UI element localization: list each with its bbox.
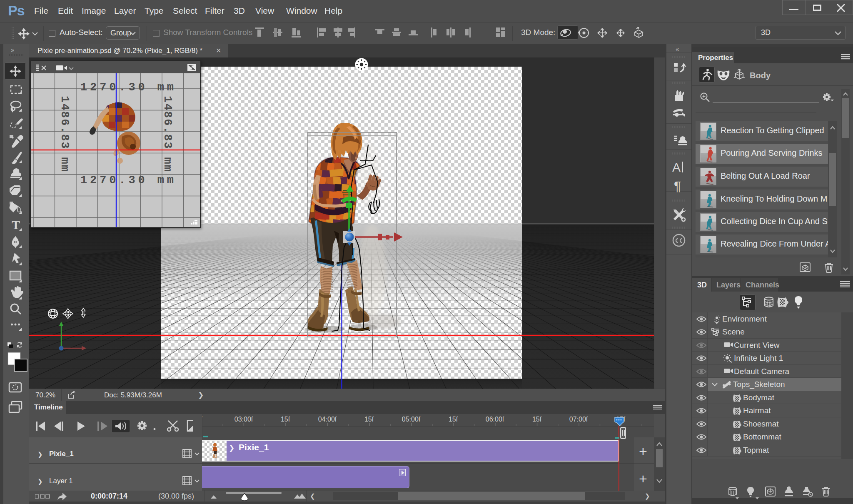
svg-text:A: A xyxy=(672,160,681,174)
svg-text:¶: ¶ xyxy=(674,179,681,194)
svg-text:T: T xyxy=(12,218,20,232)
svg-text:1270.30 mm: 1270.30 mm xyxy=(80,174,174,187)
svg-text:1486.83 mm: 1486.83 mm xyxy=(161,96,174,172)
svg-text:1486.83 mm: 1486.83 mm xyxy=(58,96,71,172)
svg-text:1270.30 mm: 1270.30 mm xyxy=(80,81,174,94)
